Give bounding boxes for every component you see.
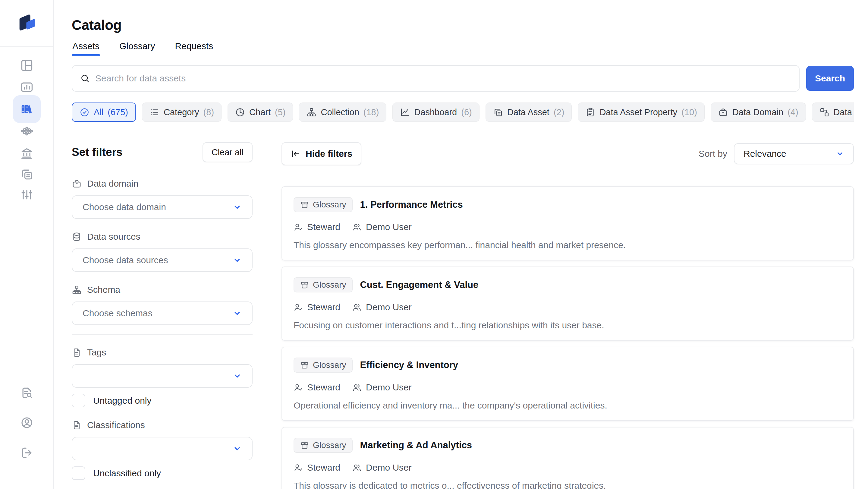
chevron-down-icon xyxy=(233,203,242,212)
archive-icon xyxy=(300,441,309,450)
file-icon xyxy=(72,420,82,430)
search-button[interactable]: Search xyxy=(806,66,854,91)
result-title[interactable]: Efficiency & Inventory xyxy=(360,360,458,370)
user-check-icon xyxy=(293,222,303,232)
molecule-icon xyxy=(20,124,33,138)
tab-assets[interactable]: Assets xyxy=(72,41,100,56)
card-header: GlossaryCust. Engagement & Value xyxy=(293,277,842,293)
tab-glossary[interactable]: Glossary xyxy=(119,41,156,56)
filter-group-label: Tags xyxy=(72,347,253,358)
users-icon xyxy=(352,303,362,312)
schema-select[interactable]: Choose schemas xyxy=(72,302,253,325)
owner-role: Steward xyxy=(293,462,340,473)
pie-chart-icon xyxy=(235,107,245,117)
search-input[interactable] xyxy=(95,73,791,84)
chip-count: (2) xyxy=(554,107,564,117)
sitemap-icon xyxy=(307,107,316,117)
results-panel: Hide filters Sort by Relevance Glossary1… xyxy=(281,142,854,489)
tab-bar: AssetsGlossaryRequests xyxy=(72,41,854,56)
line-chart-icon xyxy=(400,107,410,117)
copy-icon xyxy=(493,107,503,117)
bank-icon xyxy=(20,147,33,160)
checkbox-label: Unclassified only xyxy=(93,468,161,479)
type-chip-dashboard[interactable]: Dashboard(6) xyxy=(393,102,479,122)
tab-requests[interactable]: Requests xyxy=(174,41,214,56)
sidebar-item-profile[interactable] xyxy=(13,409,41,436)
chip-count: (10) xyxy=(681,107,697,117)
sort-controls: Sort by Relevance xyxy=(699,143,854,164)
result-card[interactable]: Glossary1. Performance MetricsStewardDem… xyxy=(281,186,854,261)
result-title[interactable]: 1. Performance Metrics xyxy=(360,199,463,210)
data-domain-select[interactable]: Choose data domain xyxy=(72,195,253,219)
owners-row: StewardDemo User xyxy=(293,222,842,232)
asset-type-badge: Glossary xyxy=(293,197,352,212)
chip-count: (5) xyxy=(275,107,285,117)
sliders-icon xyxy=(20,188,33,202)
filter-panel-header: Set filters Clear all xyxy=(72,142,253,162)
type-chip-data-domain[interactable]: Data Domain(4) xyxy=(711,102,806,122)
type-chip-category[interactable]: Category(8) xyxy=(142,102,221,122)
filter-group-tags: TagsUntagged only xyxy=(72,347,253,407)
card-header: GlossaryMarketing & Ad Analytics xyxy=(293,438,842,453)
user-check-icon xyxy=(293,463,303,472)
logout-icon xyxy=(20,446,33,459)
sort-value: Relevance xyxy=(744,149,786,159)
filter-group-label: Classifications xyxy=(72,420,253,430)
type-chip-chart[interactable]: Chart(5) xyxy=(227,102,293,122)
clear-all-button[interactable]: Clear all xyxy=(203,142,253,162)
asset-type-badge: Glossary xyxy=(293,358,352,373)
result-description: Operational efficiency and inventory ma.… xyxy=(293,400,842,410)
type-chip-all[interactable]: All(675) xyxy=(72,102,136,122)
chip-label: Dashboard xyxy=(414,107,457,117)
file-icon xyxy=(72,347,82,358)
chip-count: (675) xyxy=(107,107,128,117)
results-toolbar: Hide filters Sort by Relevance xyxy=(281,142,854,165)
type-chip-data-job[interactable]: Data Job xyxy=(812,102,854,122)
user-circle-icon xyxy=(20,416,33,429)
type-chip-data-asset[interactable]: Data Asset(2) xyxy=(486,102,572,122)
result-card[interactable]: GlossaryEfficiency & InventoryStewardDem… xyxy=(281,347,854,421)
classifications-select[interactable] xyxy=(72,437,253,460)
result-title[interactable]: Marketing & Ad Analytics xyxy=(360,440,472,451)
sidebar-item-logout[interactable] xyxy=(13,439,41,467)
sidebar-item-audit[interactable] xyxy=(13,379,41,407)
app-logo[interactable] xyxy=(0,0,53,47)
archive-icon xyxy=(300,361,309,370)
sitemap-icon xyxy=(72,285,82,295)
sort-select[interactable]: Relevance xyxy=(734,143,854,164)
unclassified-only-checkbox[interactable] xyxy=(72,466,85,480)
chevron-down-icon xyxy=(233,256,242,265)
type-chip-collection[interactable]: Collection(18) xyxy=(299,102,386,122)
data-sources-select[interactable]: Choose data sources xyxy=(72,248,253,272)
tags-select[interactable] xyxy=(72,364,253,388)
card-header: Glossary1. Performance Metrics xyxy=(293,197,842,212)
filter-group-label: Data sources xyxy=(72,232,253,242)
user-check-icon xyxy=(293,383,303,392)
archive-icon xyxy=(300,201,309,209)
owner-role: Steward xyxy=(293,302,340,312)
sidebar xyxy=(0,0,54,489)
chip-label: Chart xyxy=(249,107,271,117)
workflow-icon xyxy=(819,107,830,117)
unclassified-only-row: Unclassified only xyxy=(72,466,253,480)
result-card[interactable]: GlossaryCust. Engagement & ValueStewardD… xyxy=(281,267,854,341)
app-root: Catalog AssetsGlossaryRequests Search Al… xyxy=(0,0,868,489)
owner-name: Demo User xyxy=(352,222,412,232)
filter-panel: Set filters Clear all Data domainChoose … xyxy=(72,142,253,489)
result-description: This glossary is dedicated to metrics o.… xyxy=(293,481,842,489)
select-placeholder: Choose data domain xyxy=(83,202,166,212)
hide-filters-button[interactable]: Hide filters xyxy=(281,142,361,165)
chevron-down-icon xyxy=(836,150,844,158)
users-icon xyxy=(352,222,362,232)
page-title: Catalog xyxy=(72,17,854,33)
asset-type-chip-row: All(675)Category(8)Chart(5)Collection(18… xyxy=(72,102,854,122)
result-title[interactable]: Cust. Engagement & Value xyxy=(360,279,478,290)
sidebar-item-settings[interactable] xyxy=(13,181,41,209)
users-icon xyxy=(352,463,362,472)
type-chip-data-asset-property[interactable]: Data Asset Property(10) xyxy=(578,102,704,122)
chip-label: Data Asset Property xyxy=(599,107,677,117)
result-card[interactable]: GlossaryMarketing & Ad AnalyticsStewardD… xyxy=(281,427,854,489)
search-row: Search xyxy=(72,65,854,92)
asset-type-badge: Glossary xyxy=(293,277,352,293)
untagged-only-checkbox[interactable] xyxy=(72,394,85,407)
